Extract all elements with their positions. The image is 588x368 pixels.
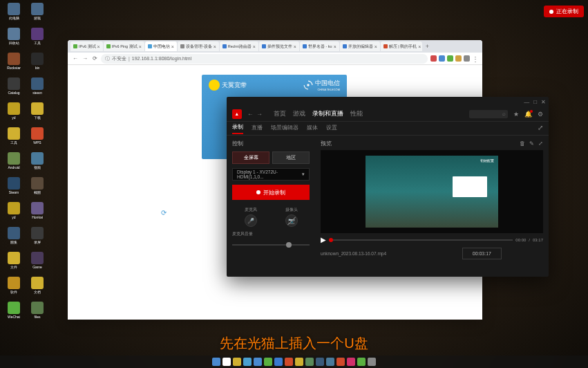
desktop-icon[interactable]: 视频 bbox=[26, 152, 48, 176]
desktop-icon[interactable]: 截图 bbox=[26, 177, 48, 201]
amd-mic-volume-slider[interactable] bbox=[232, 244, 310, 246]
browser-tab[interactable]: 插件预览文件× bbox=[259, 42, 299, 51]
amd-tab-performance[interactable]: 性能 bbox=[350, 109, 363, 118]
amd-subtab-stream[interactable]: 直播 bbox=[252, 124, 263, 134]
browser-reload-button[interactable]: ⟳ bbox=[91, 55, 98, 62]
browser-tab[interactable]: IPv6 测试× bbox=[70, 42, 103, 51]
amd-fullscreen-button[interactable]: 全屏幕 bbox=[232, 151, 269, 164]
tab-close-icon[interactable]: × bbox=[214, 44, 216, 49]
browser-tab[interactable]: 开放的编辑器× bbox=[340, 42, 380, 51]
taskbar-app-icon[interactable] bbox=[357, 358, 366, 366]
desktop-icon[interactable]: Steam bbox=[3, 177, 25, 201]
amd-subtab-media[interactable]: 媒体 bbox=[307, 124, 318, 134]
amd-subtab-record[interactable]: 录制 bbox=[232, 123, 243, 134]
amd-maximize-button[interactable]: □ bbox=[533, 99, 537, 105]
amd-edit-icon[interactable]: ✎ bbox=[529, 140, 534, 147]
desktop-icon[interactable]: 游戏 bbox=[26, 3, 48, 26]
tab-close-icon[interactable]: × bbox=[139, 44, 142, 49]
browser-tab[interactable]: 中国电信× bbox=[145, 42, 177, 51]
taskbar-app-icon[interactable] bbox=[212, 358, 220, 366]
desktop-icon[interactable]: 下载 bbox=[26, 102, 48, 126]
taskbar-app-icon[interactable] bbox=[336, 358, 345, 366]
amd-back-button[interactable]: ← bbox=[247, 111, 254, 118]
desktop-icon[interactable]: WPS bbox=[26, 127, 48, 151]
taskbar-app-icon[interactable] bbox=[295, 358, 303, 366]
ext-icon[interactable] bbox=[447, 55, 453, 62]
amd-close-button[interactable]: ✕ bbox=[541, 99, 546, 105]
tab-close-icon[interactable]: × bbox=[294, 44, 296, 49]
ext-icon[interactable] bbox=[464, 55, 470, 62]
browser-tab[interactable]: 世界名器 - ku× bbox=[300, 42, 339, 51]
amd-subtab-settings[interactable]: 设置 bbox=[326, 124, 337, 134]
amd-microphone-icon[interactable]: 🎤 bbox=[245, 214, 257, 227]
amd-forward-button[interactable]: → bbox=[256, 111, 263, 118]
tab-close-icon[interactable]: × bbox=[418, 44, 421, 49]
tab-close-icon[interactable]: × bbox=[374, 44, 377, 49]
desktop-icon[interactable]: Rockstar bbox=[3, 53, 25, 76]
amd-star-icon[interactable]: ★ bbox=[513, 111, 519, 118]
amd-display-select[interactable]: Display 1 - XV272U- HDMI(1,1,0... ▾ bbox=[232, 168, 310, 181]
amd-minimize-button[interactable]: — bbox=[524, 99, 529, 105]
desktop-icon[interactable]: files bbox=[26, 302, 48, 325]
taskbar-app-icon[interactable] bbox=[326, 358, 334, 366]
taskbar-app-icon[interactable] bbox=[316, 358, 324, 366]
desktop-icon[interactable]: 图集 bbox=[3, 227, 25, 250]
desktop-icon[interactable]: 工具 bbox=[26, 28, 48, 51]
amd-delete-icon[interactable]: 🗑 bbox=[520, 140, 525, 147]
desktop-icon[interactable]: WeChat bbox=[3, 302, 25, 325]
taskbar-app-icon[interactable] bbox=[233, 358, 241, 366]
browser-back-button[interactable]: ← bbox=[72, 55, 79, 62]
browser-forward-button[interactable]: → bbox=[82, 55, 88, 62]
amd-tab-record[interactable]: 录制和直播 bbox=[312, 109, 343, 118]
browser-tab[interactable]: 解压 | 我的手机× bbox=[381, 42, 422, 51]
taskbar-app-icon[interactable] bbox=[285, 358, 293, 366]
amd-timeline-track[interactable] bbox=[329, 239, 513, 241]
amd-start-record-button[interactable]: 开始录制 bbox=[232, 185, 310, 200]
amd-subtab-expand-icon[interactable]: ⤢ bbox=[538, 124, 543, 134]
taskbar-app-icon[interactable] bbox=[274, 358, 283, 366]
desktop-icon[interactable]: Game bbox=[26, 252, 48, 275]
amd-settings-icon[interactable]: ⚙ bbox=[538, 111, 543, 118]
taskbar-app-icon[interactable] bbox=[368, 358, 376, 366]
desktop-icon[interactable]: 文件 bbox=[3, 252, 25, 275]
browser-tab[interactable]: 设备管理-设备× bbox=[178, 42, 219, 51]
taskbar-app-icon[interactable] bbox=[222, 358, 231, 366]
tab-close-icon[interactable]: × bbox=[334, 44, 336, 49]
amd-preview-thumbnail[interactable]: 初始配置 bbox=[366, 156, 498, 228]
desktop-icon[interactable]: 此电脑 bbox=[3, 3, 25, 26]
tab-close-icon[interactable]: × bbox=[97, 44, 100, 49]
new-tab-button[interactable]: + bbox=[423, 43, 432, 50]
ext-icon[interactable] bbox=[439, 55, 445, 62]
ext-icon[interactable] bbox=[430, 55, 437, 62]
desktop-icon[interactable]: Android bbox=[3, 152, 25, 176]
amd-search-input[interactable]: ⌕ bbox=[469, 110, 508, 118]
amd-tab-home[interactable]: 首页 bbox=[274, 109, 286, 118]
browser-tab[interactable]: Redmi路由器× bbox=[220, 42, 258, 51]
desktop-icon[interactable]: 工具 bbox=[3, 127, 25, 151]
desktop-icon[interactable]: Honkai bbox=[26, 202, 48, 226]
browser-menu-button[interactable]: ⋮ bbox=[472, 55, 478, 62]
desktop-icon[interactable]: 软件 bbox=[3, 277, 25, 300]
browser-tab[interactable]: IPv6 Ping 测试× bbox=[104, 42, 144, 51]
taskbar-app-icon[interactable] bbox=[305, 358, 314, 366]
taskbar-app-icon[interactable] bbox=[264, 358, 272, 366]
amd-expand-icon[interactable]: ⤢ bbox=[538, 140, 543, 147]
amd-subtab-scene[interactable]: 场景编辑器 bbox=[271, 124, 298, 134]
taskbar-app-icon[interactable] bbox=[347, 358, 355, 366]
tab-close-icon[interactable]: × bbox=[253, 44, 256, 49]
browser-url-field[interactable]: ⓘ 不安全 | 192.168.1.1:8080/login.html bbox=[101, 54, 428, 64]
desktop-icon[interactable]: 回收站 bbox=[3, 28, 25, 51]
amd-camera-icon[interactable]: 📷 bbox=[285, 214, 298, 227]
taskbar-app-icon[interactable] bbox=[254, 358, 262, 366]
desktop-icon[interactable]: yd bbox=[3, 102, 25, 126]
amd-play-button[interactable]: ▶ bbox=[321, 236, 326, 243]
desktop-icon[interactable]: 录屏 bbox=[26, 227, 48, 250]
desktop-icon[interactable]: yd bbox=[3, 202, 25, 226]
amd-tab-games[interactable]: 游戏 bbox=[293, 109, 305, 118]
desktop-icon[interactable]: 文档 bbox=[26, 277, 48, 300]
amd-bell-icon[interactable]: 🔔 bbox=[524, 111, 532, 118]
desktop-icon[interactable]: bin bbox=[26, 53, 48, 76]
ext-icon[interactable] bbox=[455, 55, 462, 62]
taskbar-app-icon[interactable] bbox=[243, 358, 252, 366]
desktop-icon[interactable]: steam bbox=[26, 77, 48, 101]
